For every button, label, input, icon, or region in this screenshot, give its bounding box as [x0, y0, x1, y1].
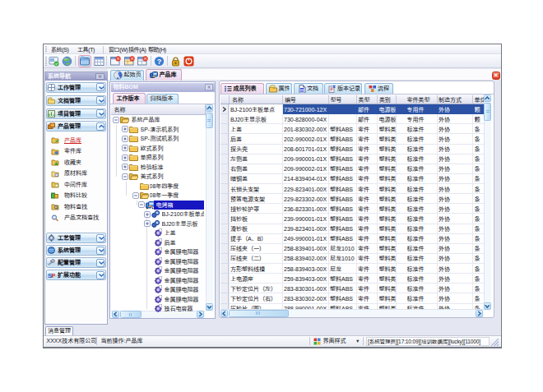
svg-text:?: ? — [157, 58, 162, 66]
svg-text:P: P — [52, 272, 56, 279]
